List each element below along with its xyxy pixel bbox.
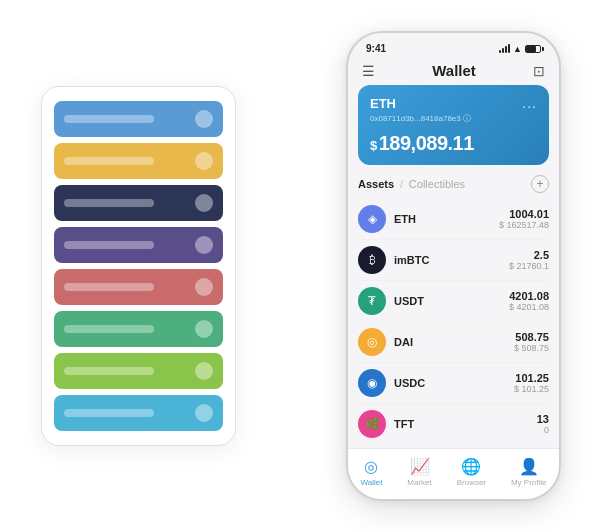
page-title: Wallet — [432, 62, 476, 79]
asset-name-usdt: USDT — [394, 295, 509, 307]
eth-card-amount: 189,089.11 — [379, 132, 474, 154]
status-icons: ▲ — [499, 44, 541, 54]
stack-card[interactable] — [54, 269, 223, 305]
nav-icon-market: 📈 — [410, 457, 430, 476]
asset-item[interactable]: ◈ ETH 1004.01 $ 162517.48 — [358, 199, 549, 240]
phone-nav: ◎ Wallet 📈 Market 🌐 Browser 👤 My Profile — [348, 448, 559, 499]
tab-divider: / — [400, 179, 403, 190]
asset-icon-tft: 🌿 — [358, 410, 386, 438]
nav-item-browser[interactable]: 🌐 Browser — [457, 457, 486, 487]
asset-usd-usdc: $ 101.25 — [514, 384, 549, 394]
scan-icon[interactable]: ⊡ — [533, 63, 545, 79]
asset-icon-dai: ◎ — [358, 328, 386, 356]
asset-info-imbtc: imBTC — [394, 254, 509, 266]
add-asset-button[interactable]: + — [531, 175, 549, 193]
status-bar: 9:41 ▲ — [348, 33, 559, 58]
nav-item-my-profile[interactable]: 👤 My Profile — [511, 457, 547, 487]
card-icon — [195, 152, 213, 170]
asset-icon-eth: ◈ — [358, 205, 386, 233]
status-time: 9:41 — [366, 43, 386, 54]
stack-card[interactable] — [54, 101, 223, 137]
nav-icon-my-profile: 👤 — [519, 457, 539, 476]
stack-card[interactable] — [54, 353, 223, 389]
card-icon — [195, 278, 213, 296]
asset-values-usdt: 4201.08 $ 4201.08 — [509, 290, 549, 312]
asset-values-dai: 508.75 $ 508.75 — [514, 331, 549, 353]
nav-label-my-profile: My Profile — [511, 478, 547, 487]
asset-amount-eth: 1004.01 — [499, 208, 549, 220]
assets-header: Assets / Collectibles + — [358, 175, 549, 193]
asset-usd-usdt: $ 4201.08 — [509, 302, 549, 312]
asset-amount-tft: 13 — [537, 413, 549, 425]
tab-assets[interactable]: Assets — [358, 178, 394, 190]
nav-item-market[interactable]: 📈 Market — [407, 457, 431, 487]
card-stack — [41, 86, 236, 446]
stack-card[interactable] — [54, 227, 223, 263]
asset-icon-usdc: ◉ — [358, 369, 386, 397]
eth-card-header: ETH ... — [370, 95, 537, 111]
asset-item[interactable]: ◉ USDC 101.25 $ 101.25 — [358, 363, 549, 404]
card-icon — [195, 320, 213, 338]
asset-icon-usdt: ₮ — [358, 287, 386, 315]
phone-content: ETH ... 0x08711d3b...8418a78e3 ⓘ $189,08… — [348, 85, 559, 448]
tab-collectibles[interactable]: Collectibles — [409, 178, 465, 190]
asset-amount-usdc: 101.25 — [514, 372, 549, 384]
asset-info-dai: DAI — [394, 336, 514, 348]
nav-label-wallet: Wallet — [360, 478, 382, 487]
card-icon — [195, 362, 213, 380]
card-icon — [195, 404, 213, 422]
eth-card-more-icon[interactable]: ... — [522, 95, 537, 111]
nav-icon-wallet: ◎ — [364, 457, 378, 476]
nav-icon-browser: 🌐 — [461, 457, 481, 476]
asset-values-usdc: 101.25 $ 101.25 — [514, 372, 549, 394]
asset-info-eth: ETH — [394, 213, 499, 225]
asset-info-usdt: USDT — [394, 295, 509, 307]
asset-name-eth: ETH — [394, 213, 499, 225]
eth-card-address: 0x08711d3b...8418a78e3 ⓘ — [370, 113, 537, 124]
scene: 9:41 ▲ ☰ Wallet ⊡ ETH ... — [21, 16, 581, 516]
asset-info-usdc: USDC — [394, 377, 514, 389]
eth-card-currency: $ — [370, 138, 377, 153]
nav-item-wallet[interactable]: ◎ Wallet — [360, 457, 382, 487]
asset-amount-dai: 508.75 — [514, 331, 549, 343]
nav-label-browser: Browser — [457, 478, 486, 487]
assets-tabs: Assets / Collectibles — [358, 178, 465, 190]
asset-usd-tft: 0 — [537, 425, 549, 435]
asset-name-tft: TFT — [394, 418, 537, 430]
asset-item[interactable]: 🌿 TFT 13 0 — [358, 404, 549, 444]
eth-card[interactable]: ETH ... 0x08711d3b...8418a78e3 ⓘ $189,08… — [358, 85, 549, 165]
stack-card[interactable] — [54, 311, 223, 347]
asset-values-imbtc: 2.5 $ 21760.1 — [509, 249, 549, 271]
asset-values-eth: 1004.01 $ 162517.48 — [499, 208, 549, 230]
asset-list: ◈ ETH 1004.01 $ 162517.48 ₿ imBTC 2.5 $ … — [358, 199, 549, 448]
signal-icon — [499, 44, 510, 53]
asset-item[interactable]: ₮ USDT 4201.08 $ 4201.08 — [358, 281, 549, 322]
phone-frame: 9:41 ▲ ☰ Wallet ⊡ ETH ... — [346, 31, 561, 501]
card-icon — [195, 194, 213, 212]
asset-item[interactable]: ₿ imBTC 2.5 $ 21760.1 — [358, 240, 549, 281]
wifi-icon: ▲ — [513, 44, 522, 54]
asset-name-usdc: USDC — [394, 377, 514, 389]
asset-amount-usdt: 4201.08 — [509, 290, 549, 302]
asset-name-imbtc: imBTC — [394, 254, 509, 266]
nav-label-market: Market — [407, 478, 431, 487]
stack-card[interactable] — [54, 395, 223, 431]
asset-icon-imbtc: ₿ — [358, 246, 386, 274]
asset-values-tft: 13 0 — [537, 413, 549, 435]
asset-info-tft: TFT — [394, 418, 537, 430]
phone-header: ☰ Wallet ⊡ — [348, 58, 559, 85]
eth-card-title: ETH — [370, 96, 396, 111]
menu-icon[interactable]: ☰ — [362, 63, 375, 79]
card-icon — [195, 110, 213, 128]
battery-icon — [525, 45, 541, 53]
asset-item[interactable]: ◎ DAI 508.75 $ 508.75 — [358, 322, 549, 363]
eth-card-balance: $189,089.11 — [370, 132, 537, 155]
stack-card[interactable] — [54, 185, 223, 221]
card-icon — [195, 236, 213, 254]
asset-usd-eth: $ 162517.48 — [499, 220, 549, 230]
asset-name-dai: DAI — [394, 336, 514, 348]
asset-usd-dai: $ 508.75 — [514, 343, 549, 353]
stack-card[interactable] — [54, 143, 223, 179]
asset-usd-imbtc: $ 21760.1 — [509, 261, 549, 271]
asset-amount-imbtc: 2.5 — [509, 249, 549, 261]
